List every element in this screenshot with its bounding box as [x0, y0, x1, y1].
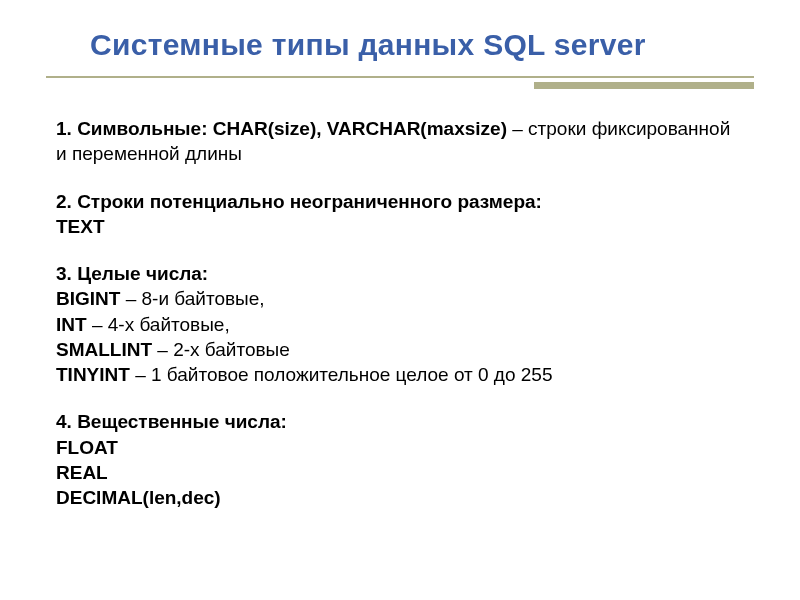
decimal-line: DECIMAL(len,dec)	[56, 487, 221, 508]
title-underline	[0, 76, 800, 90]
smallint-val: – 2-х байтовые	[152, 339, 290, 360]
float-line: FLOAT	[56, 437, 118, 458]
bigint-val: – 8-и байтовые,	[120, 288, 264, 309]
section-2: 2. Строки потенциально неограниченного р…	[56, 189, 744, 240]
slide-title: Системные типы данных SQL server	[90, 28, 740, 62]
section-4-head: Вещественные числа:	[77, 411, 287, 432]
underline-thick	[534, 82, 754, 89]
content-area: 1. Символьные: CHAR(size), VARCHAR(maxsi…	[0, 90, 800, 510]
bigint-key: BIGINT	[56, 288, 120, 309]
section-3-head: Целые числа:	[77, 263, 208, 284]
tinyint-key: TINYINT	[56, 364, 130, 385]
section-4: 4. Вещественные числа: FLOAT REAL DECIMA…	[56, 409, 744, 510]
section-1-head: Символьные: CHAR(size), VARCHAR(maxsize)	[77, 118, 507, 139]
real-line: REAL	[56, 462, 108, 483]
section-1-number: 1.	[56, 118, 77, 139]
section-3: 3. Целые числа: BIGINT – 8-и байтовые, I…	[56, 261, 744, 387]
int-val: – 4-х байтовые,	[87, 314, 230, 335]
title-area: Системные типы данных SQL server	[0, 0, 800, 70]
section-4-number: 4.	[56, 411, 77, 432]
section-2-head: Строки потенциально неограниченного разм…	[77, 191, 542, 212]
section-2-number: 2.	[56, 191, 77, 212]
section-3-number: 3.	[56, 263, 77, 284]
tinyint-val: – 1 байтовое положительное целое от 0 до…	[130, 364, 553, 385]
section-2-text: TEXT	[56, 216, 105, 237]
underline-thin	[46, 76, 754, 78]
int-key: INT	[56, 314, 87, 335]
section-1: 1. Символьные: CHAR(size), VARCHAR(maxsi…	[56, 116, 744, 167]
smallint-key: SMALLINT	[56, 339, 152, 360]
